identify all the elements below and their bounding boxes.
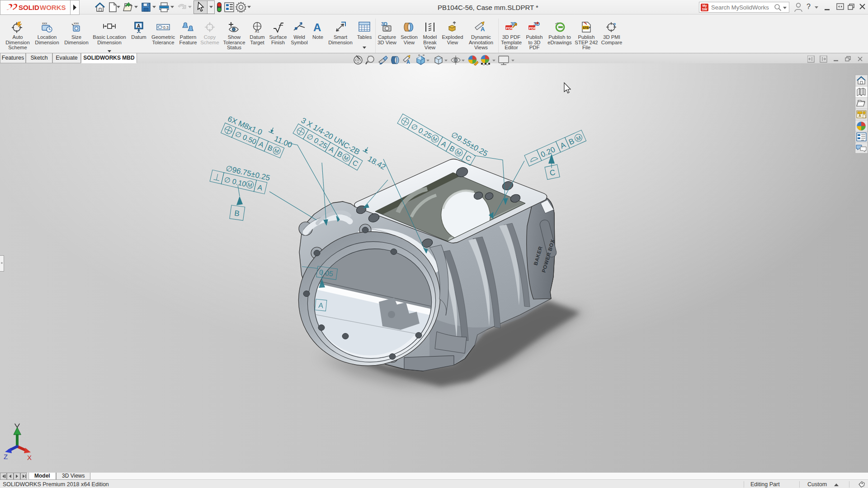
svg-text:xxx: xxx xyxy=(74,21,79,25)
svg-text:A: A xyxy=(328,145,336,154)
svg-text:xxx: xxx xyxy=(42,21,47,25)
svg-text:A: A xyxy=(318,301,324,310)
svg-text:A: A xyxy=(258,140,265,149)
svg-text:A: A xyxy=(406,59,410,65)
svg-text:0.20: 0.20 xyxy=(539,145,557,159)
svg-text:Z: Z xyxy=(4,453,8,460)
svg-text:PDF: PDF xyxy=(506,26,513,30)
svg-text:A: A xyxy=(481,26,485,33)
svg-text:PDF: PDF xyxy=(529,26,536,30)
svg-text:A1: A1 xyxy=(255,29,259,33)
svg-text:?: ? xyxy=(613,23,616,28)
svg-text:A: A xyxy=(440,140,448,149)
svg-text:X: X xyxy=(27,454,32,461)
svg-text:B: B xyxy=(567,136,576,146)
svg-text:18.42: 18.42 xyxy=(366,155,387,172)
svg-text:0.3: 0.3 xyxy=(163,25,169,30)
svg-text:A: A xyxy=(559,141,567,150)
svg-text:C: C xyxy=(351,159,360,168)
svg-text:C: C xyxy=(549,168,556,178)
svg-text:C: C xyxy=(464,154,473,163)
svg-text:WORKS: WORKS xyxy=(40,4,66,11)
svg-text:∅ 0.10: ∅ 0.10 xyxy=(223,176,247,188)
svg-text:SOLID: SOLID xyxy=(19,4,39,11)
svg-text:B: B xyxy=(266,144,274,153)
svg-text:B: B xyxy=(234,209,240,218)
svg-text:A: A xyxy=(137,23,140,28)
svg-text:STEP: STEP xyxy=(583,26,591,29)
svg-text:A: A xyxy=(313,21,321,33)
svg-text:A: A xyxy=(257,183,264,192)
